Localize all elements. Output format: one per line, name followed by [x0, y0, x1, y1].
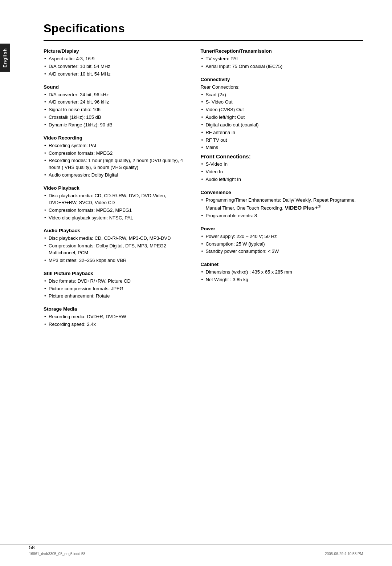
list-item: Video (CVBS) Out [200, 106, 363, 113]
section-title-cabinet: Cabinet [200, 262, 363, 267]
section-cabinet: Cabinet Dimensions (wxhxd) : 435 x 65 x … [200, 262, 363, 283]
section-title-sound: Sound [44, 84, 186, 90]
section-storage-media: Storage Media Recording media: DVD+R, DV… [44, 306, 186, 328]
list-item: Disc formats: DVD+R/+RW, Picture CD [44, 278, 186, 285]
section-title-storage-media: Storage Media [44, 306, 186, 312]
front-connections-label: Front Connections: [200, 153, 363, 159]
video-playback-list: Disc playback media: CD, CD-R/-RW, DVD, … [44, 193, 186, 221]
title-rule [44, 40, 363, 41]
section-title-video-recording: Video Recording [44, 135, 186, 141]
list-item: Digital audio out (coaxial) [200, 122, 363, 129]
cabinet-list: Dimensions (wxhxd) : 435 x 65 x 285 mm N… [200, 269, 363, 283]
list-item: Mains [200, 144, 363, 151]
content-area: Picture/Display Aspect ratio: 4:3, 16:9 … [44, 48, 363, 335]
footer-right: 2005-06-29 4:10:58 PM [325, 552, 363, 556]
sound-list: D/A converter: 24 bit, 96 kHz A/D conver… [44, 92, 186, 129]
list-item: Crosstalk (1kHz): 105 dB [44, 114, 186, 121]
list-item: Picture compression formats: JPEG [44, 286, 186, 292]
page: English Specifications Picture/Display A… [0, 0, 392, 566]
list-item: RF antenna in [200, 129, 363, 136]
english-tab: English [0, 44, 10, 72]
right-column: Tuner/Reception/Transmission TV system: … [197, 48, 363, 335]
section-title-still-picture-playback: Still Picture Playback [44, 271, 186, 276]
list-item: Compression formats: Dolby Digital, DTS,… [44, 243, 186, 256]
footer-filename: 16861_dvdr3305_05_eng5.indd 58 [29, 552, 85, 556]
rear-connections-list: Scart (2x) S- Video Out Video (CVBS) Out… [200, 92, 363, 151]
list-item: MP3 bit rates: 32~256 kbps and VBR [44, 257, 186, 264]
section-title-audio-playback: Audio Playback [44, 228, 186, 233]
section-convenience: Convenience Programming/Timer Enhancemen… [200, 190, 363, 219]
list-item: Recording system: PAL [44, 142, 186, 149]
tuner-list: TV system: PAL Aerial Input: 75 Ohm coax… [200, 56, 363, 70]
list-item: Recording modes: 1 hour (high quality), … [44, 157, 186, 171]
list-item: TV system: PAL [200, 56, 363, 62]
list-item: D/A converter: 10 bit, 54 MHz [44, 63, 186, 70]
list-item: Recording media: DVD+R, DVD+RW [44, 314, 186, 320]
section-video-playback: Video Playback Disc playback media: CD, … [44, 185, 186, 221]
list-item: Compression formats: MPEG2, MPEG1 [44, 207, 186, 214]
list-item: RF TV out [200, 137, 363, 144]
front-connections-list: S-Video In Video In Audio left/right In [200, 161, 363, 183]
video-recording-list: Recording system: PAL Compression format… [44, 142, 186, 179]
page-number: 58 [29, 545, 85, 550]
list-item: Consumption: 25 W (typical) [200, 241, 363, 248]
list-item: Video In [200, 169, 363, 175]
section-title-tuner: Tuner/Reception/Transmission [200, 48, 363, 54]
section-title-connectivity: Connectivity [200, 77, 363, 82]
list-item: Programming/Timer Enhancements: Daily/ W… [200, 197, 363, 212]
section-video-recording: Video Recording Recording system: PAL Co… [44, 135, 186, 179]
audio-playback-list: Disc playback media: CD, CD-R/-RW, MP3-C… [44, 235, 186, 264]
section-audio-playback: Audio Playback Disc playback media: CD, … [44, 228, 186, 264]
left-column: Picture/Display Aspect ratio: 4:3, 16:9 … [44, 48, 197, 335]
section-title-video-playback: Video Playback [44, 185, 186, 191]
video-plus-text: VIDEO Plus+ [285, 205, 318, 211]
section-title-power: Power [200, 226, 363, 231]
page-title: Specifications [44, 22, 363, 35]
list-item: Dynamic Range (1kHz): 90 dB [44, 122, 186, 129]
list-item: Compression formats: MPEG2 [44, 150, 186, 157]
list-item: Audio left/right In [200, 176, 363, 183]
list-item: Audio left/right Out [200, 114, 363, 121]
section-title-convenience: Convenience [200, 190, 363, 195]
section-tuner: Tuner/Reception/Transmission TV system: … [200, 48, 363, 70]
list-item: Signal to noise ratio: 106 [44, 106, 186, 113]
rear-connections-label: Rear Connections: [200, 84, 363, 91]
list-item: Video disc playback system: NTSC, PAL [44, 215, 186, 222]
list-item: Disc playback media: CD, CD-R/-RW, MP3-C… [44, 235, 186, 242]
list-item: A/D converter: 10 bit, 54 MHz [44, 71, 186, 78]
list-item: S- Video Out [200, 99, 363, 106]
page-footer: 58 16861_dvdr3305_05_eng5.indd 58 2005-0… [0, 544, 392, 556]
list-item: Programmable events: 8 [200, 213, 363, 219]
list-item: Disc playback media: CD, CD-R/-RW, DVD, … [44, 193, 186, 206]
power-list: Power supply: 220 – 240 V; 50 Hz Consump… [200, 233, 363, 255]
list-item: Aerial Input: 75 Ohm coaxial (IEC75) [200, 63, 363, 70]
list-item: Recording speed: 2.4x [44, 321, 186, 328]
section-picture-display: Picture/Display Aspect ratio: 4:3, 16:9 … [44, 48, 186, 78]
list-item: Net Weight : 3.85 kg [200, 276, 363, 283]
section-title-picture-display: Picture/Display [44, 48, 186, 54]
footer-left: 58 16861_dvdr3305_05_eng5.indd 58 [29, 545, 85, 556]
list-item: S-Video In [200, 161, 363, 168]
list-item: Standby power consumption: < 3W [200, 248, 363, 255]
section-connectivity: Connectivity Rear Connections: Scart (2x… [200, 77, 363, 183]
registered-mark: ® [318, 204, 321, 209]
list-item: Scart (2x) [200, 92, 363, 98]
list-item: Dimensions (wxhxd) : 435 x 65 x 285 mm [200, 269, 363, 276]
list-item: Audio compression: Dolby Digital [44, 172, 186, 179]
storage-media-list: Recording media: DVD+R, DVD+RW Recording… [44, 314, 186, 328]
list-item: D/A converter: 24 bit, 96 kHz [44, 92, 186, 98]
list-item: Power supply: 220 – 240 V; 50 Hz [200, 233, 363, 240]
still-picture-playback-list: Disc formats: DVD+R/+RW, Picture CD Pict… [44, 278, 186, 300]
section-still-picture-playback: Still Picture Playback Disc formats: DVD… [44, 271, 186, 300]
convenience-list: Programming/Timer Enhancements: Daily/ W… [200, 197, 363, 219]
picture-display-list: Aspect ratio: 4:3, 16:9 D/A converter: 1… [44, 56, 186, 78]
section-sound: Sound D/A converter: 24 bit, 96 kHz A/D … [44, 84, 186, 129]
list-item: Aspect ratio: 4:3, 16:9 [44, 56, 186, 62]
section-power: Power Power supply: 220 – 240 V; 50 Hz C… [200, 226, 363, 255]
list-item: Picture enhancement: Rotate [44, 293, 186, 300]
list-item: A/D converter: 24 bit, 96 kHz [44, 99, 186, 106]
